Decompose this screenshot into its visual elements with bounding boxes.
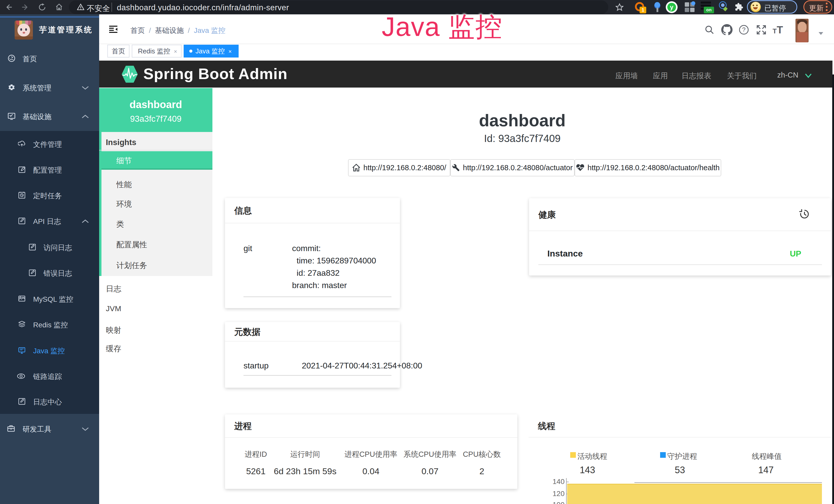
svg-text:?: ?: [742, 26, 745, 33]
